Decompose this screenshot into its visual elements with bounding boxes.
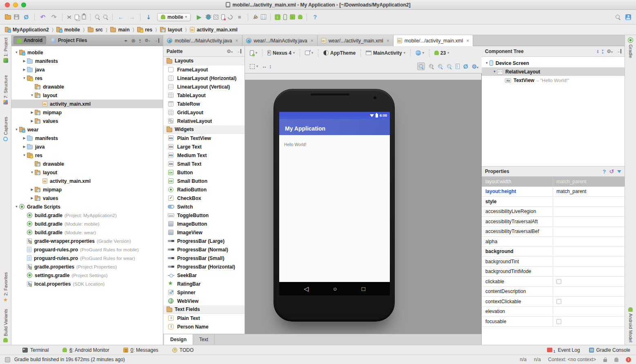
- breadcrumb-item[interactable]: main: [109, 27, 130, 33]
- back-icon[interactable]: ←: [117, 13, 125, 21]
- zoom-window-button[interactable]: [21, 2, 26, 7]
- palette-item[interactable]: ProgressBar (Large): [163, 237, 245, 245]
- property-row[interactable]: background: [482, 247, 625, 257]
- palette-item[interactable]: SeekBar: [163, 271, 245, 280]
- tree-toggle-icon[interactable]: ▼: [14, 51, 19, 54]
- lock-icon[interactable]: [603, 359, 607, 362]
- project-tree-row[interactable]: ▶values: [11, 117, 163, 125]
- pin-icon[interactable]: [616, 49, 621, 53]
- component-tree-row[interactable]: ▼RelativeLayout: [482, 67, 625, 76]
- gear-icon[interactable]: ⚙▾: [607, 49, 613, 54]
- palette-item[interactable]: RelativeLayout: [163, 117, 245, 125]
- coverage-icon[interactable]: [213, 15, 218, 20]
- project-tree-row[interactable]: local.properties(SDK Location): [11, 280, 163, 288]
- debug-icon[interactable]: [206, 14, 211, 20]
- project-tree-row[interactable]: ▼layout: [11, 168, 163, 177]
- editor-tab[interactable]: mobile/.../MainActivity.java×: [163, 35, 242, 46]
- project-tree-row[interactable]: proguard-rules.pro(ProGuard Rules for mo…: [11, 245, 163, 254]
- collapse-all-icon[interactable]: [139, 38, 141, 43]
- palette-item[interactable]: Button: [163, 168, 245, 177]
- palette-item[interactable]: Plain TextView: [163, 134, 245, 142]
- switch-view-icon[interactable]: ◂▸: [124, 39, 127, 42]
- close-icon[interactable]: ×: [387, 38, 389, 44]
- property-row[interactable]: style: [482, 197, 625, 207]
- breadcrumb-item[interactable]: res: [136, 27, 153, 33]
- locate-file-icon[interactable]: ⊗: [131, 38, 136, 44]
- toolwindow-button-terminal[interactable]: Terminal: [22, 347, 49, 353]
- project-tree-row[interactable]: ▶manifests: [11, 134, 163, 142]
- locale-select[interactable]: ▾: [414, 49, 426, 57]
- palette-item[interactable]: Small Button: [163, 177, 245, 185]
- breadcrumb-item[interactable]: mobile: [56, 27, 81, 33]
- checkbox[interactable]: [556, 319, 561, 324]
- property-row[interactable]: backgroundTint: [482, 257, 625, 267]
- gear-icon[interactable]: ⚙▾: [471, 63, 478, 70]
- property-row[interactable]: contextClickable: [482, 297, 625, 307]
- palette-section-header[interactable]: Text Fields: [163, 305, 245, 314]
- toolwindow-button-android-model[interactable]: Android Model: [628, 307, 633, 342]
- toolwindow-button-0-messages[interactable]: 0: Messages: [123, 347, 158, 353]
- project-tree-row[interactable]: ▶java: [11, 65, 163, 74]
- palette-item[interactable]: ProgressBar (Normal): [163, 245, 245, 254]
- layout-inspector-icon[interactable]: [261, 14, 266, 20]
- gear-icon[interactable]: ⚙▾: [145, 38, 150, 43]
- palette-section-header[interactable]: Widgets: [163, 125, 245, 134]
- breadcrumb-item[interactable]: activity_main.xml: [189, 27, 238, 33]
- help-icon[interactable]: ?: [603, 169, 606, 175]
- palette-section-header[interactable]: Layouts: [163, 57, 245, 65]
- project-tree-row[interactable]: activity_main.xml: [11, 177, 163, 185]
- sdk-manager-icon[interactable]: [275, 14, 280, 20]
- open-icon[interactable]: [5, 15, 11, 20]
- toolwindow-button-event-log[interactable]: 1Event Log: [547, 347, 580, 353]
- tree-toggle-icon[interactable]: ▶: [29, 119, 35, 123]
- android-device-icon[interactable]: [298, 15, 302, 19]
- checkbox[interactable]: [556, 279, 561, 284]
- project-tree-row[interactable]: ▶values: [11, 194, 163, 202]
- resize-horizontal-icon[interactable]: ↔: [262, 63, 267, 69]
- tree-toggle-icon[interactable]: ▶: [22, 136, 27, 140]
- run-icon[interactable]: ▶: [195, 13, 203, 21]
- palette-item[interactable]: Large Text: [163, 142, 245, 151]
- avd-manager-icon[interactable]: [283, 14, 287, 20]
- hello-world-textview[interactable]: Hello World!: [284, 142, 306, 147]
- preview-doc-icon[interactable]: [456, 64, 460, 69]
- tree-toggle-icon[interactable]: ▶: [29, 196, 35, 200]
- save-icon[interactable]: [14, 14, 19, 20]
- component-tree-row[interactable]: TextView– "Hello World!": [482, 76, 625, 84]
- project-tree-row[interactable]: drawable: [11, 82, 163, 91]
- close-icon[interactable]: ×: [466, 38, 469, 44]
- api-level-select[interactable]: 23▾: [433, 49, 451, 57]
- property-row[interactable]: backgroundTintMode: [482, 267, 625, 277]
- refresh-icon[interactable]: Ø: [463, 63, 468, 70]
- property-row[interactable]: accessibilityTraversalAft: [482, 217, 625, 227]
- zoom-actual-button[interactable]: [417, 62, 425, 70]
- palette-item[interactable]: TableRow: [163, 100, 245, 108]
- palette-item[interactable]: Plain Text: [163, 314, 245, 322]
- toolwindow-button-todo[interactable]: TODO: [172, 347, 193, 353]
- project-tree-row[interactable]: ▶java: [11, 142, 163, 151]
- configuration-select[interactable]: ▾: [248, 49, 259, 57]
- tree-toggle-icon[interactable]: ▶: [22, 59, 27, 63]
- project-tree-row[interactable]: ▼res: [11, 74, 163, 82]
- project-tree-row[interactable]: ▼res: [11, 151, 163, 160]
- gear-icon[interactable]: ⚙▾: [227, 49, 233, 54]
- attach-debugger-icon[interactable]: [221, 14, 225, 20]
- sync-icon[interactable]: Ø: [22, 13, 30, 21]
- palette-item[interactable]: LinearLayout (Vertical): [163, 82, 245, 91]
- expand-all-icon[interactable]: ▴▾: [597, 49, 598, 53]
- toolwindow-button-gradle-console[interactable]: Gradle Console: [589, 347, 630, 353]
- palette-item[interactable]: ImageButton: [163, 220, 245, 228]
- hide-windows-icon[interactable]: ⇣: [145, 13, 153, 21]
- project-tree-row[interactable]: ▼Gradle Scripts: [11, 202, 163, 211]
- property-row[interactable]: contentDescription: [482, 287, 625, 297]
- editor-tab[interactable]: wear/.../MainActivity.java×: [242, 35, 318, 46]
- palette-item[interactable]: ToggleButton: [163, 211, 245, 220]
- toolwindow-toggle-icon[interactable]: [5, 357, 10, 362]
- checkbox[interactable]: [556, 299, 561, 304]
- palette-item[interactable]: Person Name: [163, 322, 245, 331]
- view-tab-project-files[interactable]: Project Files: [47, 36, 91, 44]
- android-update-icon[interactable]: [290, 14, 295, 20]
- toolwindow-button-captures[interactable]: Captures: [3, 117, 8, 141]
- design-canvas[interactable]: 6:00 My Application Hello World! ◁ ○ □: [245, 73, 482, 334]
- palette-item[interactable]: RatingBar: [163, 280, 245, 288]
